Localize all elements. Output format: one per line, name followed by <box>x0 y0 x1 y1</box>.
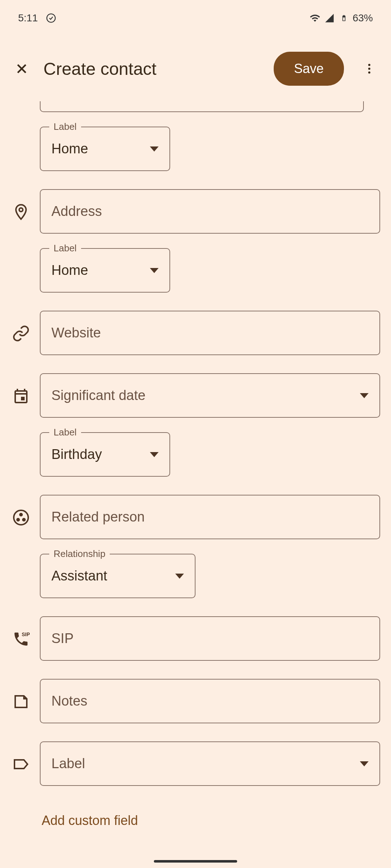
svg-point-5 <box>14 510 28 525</box>
svg-point-0 <box>47 14 55 22</box>
significant-date-dropdown[interactable]: Significant date <box>40 373 380 418</box>
partial-field-above[interactable] <box>40 101 364 112</box>
notes-input[interactable] <box>40 679 380 723</box>
field-legend: Label <box>49 243 81 254</box>
location-icon <box>11 202 31 222</box>
battery-percent: 63% <box>353 12 373 24</box>
dropdown-value: Home <box>51 263 88 278</box>
label-tag-icon <box>11 754 31 774</box>
wifi-icon <box>309 12 321 24</box>
website-input[interactable] <box>40 311 380 355</box>
svg-text:SIP: SIP <box>22 631 30 637</box>
field-legend: Relationship <box>49 548 110 559</box>
signal-icon <box>324 12 335 24</box>
status-bar: 5:11 63% <box>0 0 391 36</box>
close-icon <box>14 61 30 77</box>
sip-input[interactable] <box>40 616 380 661</box>
field-legend: Label <box>49 121 81 132</box>
label-dropdown[interactable]: Label <box>40 741 380 786</box>
chevron-down-icon <box>175 574 184 579</box>
address-label-dropdown[interactable]: Label Home <box>40 248 170 293</box>
svg-point-7 <box>17 519 19 521</box>
svg-point-6 <box>20 514 22 516</box>
dropdown-value: Assistant <box>51 568 107 583</box>
more-options-button[interactable] <box>358 58 380 80</box>
form-content: Label Home Label Home <box>0 101 391 868</box>
save-button[interactable]: Save <box>274 52 344 86</box>
date-placeholder: Significant date <box>51 388 146 403</box>
chevron-down-icon <box>360 393 369 398</box>
related-person-icon <box>11 507 31 527</box>
related-person-input[interactable] <box>40 495 380 539</box>
page-title: Create contact <box>43 59 263 79</box>
address-input[interactable] <box>40 189 380 234</box>
close-button[interactable] <box>11 58 33 80</box>
chevron-down-icon <box>360 761 369 766</box>
check-circle-icon <box>45 12 57 24</box>
email-label-dropdown[interactable]: Label Home <box>40 127 170 171</box>
svg-point-4 <box>19 208 23 212</box>
calendar-icon <box>11 386 31 406</box>
nav-indicator <box>154 860 237 863</box>
battery-icon <box>338 12 350 24</box>
sip-phone-icon: SIP <box>11 629 31 649</box>
status-left: 5:11 <box>18 12 57 24</box>
chevron-down-icon <box>150 452 159 457</box>
add-custom-field-button[interactable]: Add custom field <box>42 813 380 828</box>
chevron-down-icon <box>150 268 159 273</box>
notes-icon <box>11 692 31 711</box>
svg-point-8 <box>23 519 25 521</box>
date-label-dropdown[interactable]: Label Birthday <box>40 432 170 477</box>
more-vert-icon <box>363 62 376 75</box>
svg-point-2 <box>368 68 370 70</box>
field-legend: Label <box>49 427 81 438</box>
link-icon <box>11 323 31 343</box>
status-time: 5:11 <box>18 12 38 24</box>
dropdown-value: Home <box>51 141 88 156</box>
dropdown-value: Birthday <box>51 447 102 462</box>
svg-point-3 <box>368 72 370 74</box>
status-right: 63% <box>309 12 373 24</box>
chevron-down-icon <box>150 146 159 152</box>
svg-point-1 <box>368 64 370 66</box>
relationship-dropdown[interactable]: Relationship Assistant <box>40 554 196 598</box>
label-placeholder: Label <box>51 756 85 771</box>
app-header: Create contact Save <box>0 36 391 101</box>
